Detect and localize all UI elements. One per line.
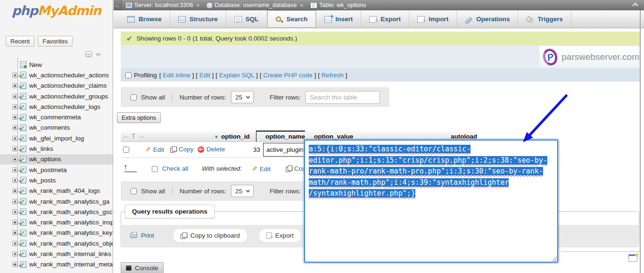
tab-import[interactable]: Import [409, 10, 457, 28]
rows-select[interactable]: 25 [231, 185, 254, 197]
sidebar-table-item[interactable]: wk_rank_math_internal_links [0, 248, 113, 259]
sidebar-table-item[interactable]: wk_rank_math_analytics_ga [0, 196, 113, 207]
header-option-id[interactable]: ▼option_id [214, 133, 250, 140]
print-button[interactable]: Print [130, 229, 161, 242]
row-pointer-controls[interactable]: ← T → [123, 132, 145, 140]
sidebar-icon[interactable] [53, 22, 60, 29]
scroll-top-icon[interactable] [632, 2, 638, 8]
rows-select[interactable]: 25 [231, 91, 254, 103]
sidebar-table-item[interactable]: wk_actionscheduler_actions [0, 70, 113, 80]
sidebar-icon[interactable] [41, 22, 48, 29]
expand-icon[interactable] [12, 241, 17, 246]
show-all-checkbox[interactable] [131, 188, 137, 194]
check-all-checkbox[interactable] [152, 166, 158, 172]
expand-icon[interactable] [12, 230, 17, 235]
expand-icon[interactable] [12, 178, 17, 183]
expand-icon[interactable] [12, 104, 17, 109]
profiling-link-anchor[interactable]: Edit inline [163, 72, 190, 79]
expand-icon[interactable] [12, 209, 17, 215]
sidebar-icon[interactable] [76, 22, 83, 29]
delete-row-link[interactable]: Delete [198, 146, 225, 153]
expand-icon[interactable] [12, 251, 17, 256]
breadcrumb-database[interactable]: Database: username_database [215, 2, 297, 8]
table-tree: New wk_actionscheduler_actions wk_action… [0, 57, 113, 273]
filter-rows-input[interactable] [305, 91, 380, 104]
expand-icon[interactable] [12, 188, 17, 193]
profiling-link-anchor[interactable]: Refresh [322, 72, 344, 79]
sidebar-table-item[interactable]: wk_actionscheduler_groups [0, 91, 113, 101]
expand-icon[interactable] [12, 73, 17, 78]
console-button[interactable]: Console [121, 262, 164, 273]
copy-to-clipboard-button[interactable]: Copy to clipboard [173, 229, 247, 242]
expand-icon[interactable] [12, 220, 17, 225]
chevron-down-icon [246, 94, 250, 98]
profiling-link-anchor[interactable]: Create PHP code [263, 72, 313, 79]
sidebar-table-item[interactable]: wk_gfei_import_log [0, 133, 113, 143]
tab-search[interactable]: Search [267, 10, 316, 28]
expand-icon[interactable] [12, 167, 17, 173]
show-all-checkbox[interactable] [131, 94, 137, 100]
table-icon [20, 124, 26, 131]
expand-icon[interactable] [12, 136, 17, 141]
profiling-link-anchor[interactable]: Edit [199, 72, 210, 79]
tab-insert[interactable]: Insert [316, 10, 362, 28]
recent-button[interactable]: Recent [6, 36, 34, 47]
sidebar-table-item[interactable]: wk_actionscheduler_logs [0, 101, 113, 112]
tab-structure[interactable]: Structure [170, 10, 226, 28]
tab-export[interactable]: Export [361, 10, 409, 28]
sidebar-table-item[interactable]: wk_rank_math_404_logs [0, 186, 113, 196]
tab-operations[interactable]: Operations [457, 10, 518, 28]
sidebar-table-item[interactable]: New [0, 59, 113, 70]
sidebar-table-item[interactable]: wk_rank_math_analytics_gsc [0, 207, 113, 217]
expand-icon[interactable] [12, 125, 17, 130]
sidebar-table-item[interactable]: wk_posts [0, 175, 113, 185]
header-option-name[interactable]: option_name [265, 133, 305, 140]
sidebar-table-item[interactable]: wk_commentmeta [0, 112, 113, 122]
sidebar-table-item[interactable]: wk_actionscheduler_claims [0, 81, 113, 91]
tab-sql[interactable]: SQL [226, 10, 267, 28]
expand-icon[interactable] [12, 115, 17, 120]
with-selected-label: With selected: [202, 165, 242, 172]
profiling-checkbox[interactable] [125, 72, 132, 78]
sidebar-table-item[interactable]: wk_comments [0, 123, 113, 133]
sidebar-table-item[interactable]: wk_postmeta [0, 165, 113, 175]
check-all-label[interactable]: Check all [162, 165, 189, 172]
scrollbar[interactable] [640, 10, 641, 273]
copy-row-link[interactable]: Copy [170, 146, 194, 153]
expand-icon[interactable] [12, 83, 17, 88]
extra-options-button[interactable]: Extra options [117, 112, 161, 123]
expand-icon[interactable] [12, 146, 17, 151]
option-value-editor[interactable]: a:5:{i:0;s:33:"classic-editor/classic- e… [304, 140, 558, 263]
sidebar-table-item[interactable]: wk_rank_math_analytics_insp [0, 217, 113, 227]
expand-icon[interactable] [12, 199, 17, 204]
table-icon [20, 188, 26, 194]
favorites-button[interactable]: Favorites [38, 36, 72, 47]
sidebar-table-item[interactable]: wk_rank_math_analytics_obje [0, 238, 113, 248]
header-autoload[interactable]: autoload [451, 133, 477, 140]
collapse-all-icon[interactable] [85, 51, 92, 57]
sidebar-icon[interactable] [65, 22, 72, 29]
profiling-link-anchor[interactable]: Explain SQL [219, 72, 255, 79]
row-checkbox[interactable] [123, 147, 129, 153]
tab-browse[interactable]: Browse [119, 10, 170, 28]
resize-grip[interactable] [551, 255, 557, 261]
export-results-button[interactable]: Export [259, 229, 301, 242]
breadcrumb-server[interactable]: Server: localhost:3306 [134, 2, 193, 8]
expand-icon[interactable] [12, 157, 17, 162]
breadcrumb-table[interactable]: Table: wk_options [319, 2, 366, 8]
sidebar-table-item[interactable]: wk_links [0, 143, 113, 154]
header-option-value[interactable]: option_value [314, 133, 353, 140]
expand-icon[interactable] [12, 262, 17, 267]
sidebar-table-item[interactable]: wk_rank_math_analytics_key [0, 228, 113, 238]
table-icon [20, 61, 26, 68]
recent-favorites: Recent Favorites [6, 36, 113, 47]
expand-icon[interactable] [12, 94, 17, 99]
with-selected-edit[interactable]: ✎Edit [252, 165, 271, 173]
tab-triggers[interactable]: Triggers [518, 10, 571, 28]
new-window-icon[interactable] [628, 254, 637, 262]
sidebar-table-item[interactable]: wk_rank_math_internal_meta [0, 259, 113, 270]
collapse-sidebar-button[interactable] [114, 0, 122, 10]
sidebar-table-item[interactable]: wk_options [0, 154, 113, 165]
edit-row-link[interactable]: ✎Edit [145, 146, 164, 153]
sidebar-icon[interactable] [29, 22, 36, 29]
